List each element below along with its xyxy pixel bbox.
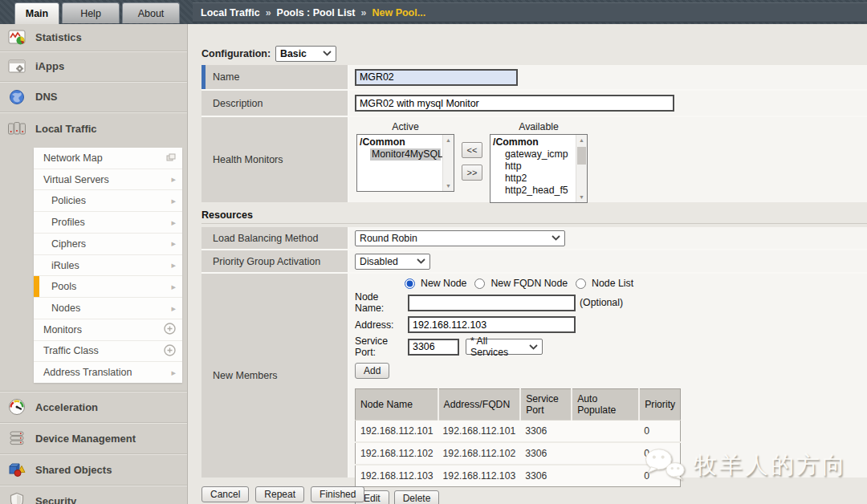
submenu-item-ciphers[interactable]: Ciphers ▸ [34,233,182,254]
cancel-button[interactable]: Cancel [201,486,249,502]
member-address: 192.168.112.102 [438,442,521,465]
submenu-item-network-map[interactable]: Network Map [34,148,182,169]
load-balancing-label: Load Balancing Method [213,233,318,244]
active-monitor-item[interactable]: Monitor4MySQL [370,148,441,161]
form-row-priority-group: Priority Group Activation Disabled [201,249,867,272]
service-select[interactable]: * All Services [466,339,543,355]
member-auto-populate [572,465,639,487]
service-port-input[interactable] [408,339,459,356]
chevron-right-icon: ▸ [171,282,176,292]
service-select-value: * All Services [470,335,524,358]
chevron-right-icon: ▸ [171,260,176,270]
new-members-label: New Members [213,370,278,381]
scroll-down-icon[interactable]: ▼ [446,183,451,189]
node-type-radio-group: New Node New FQDN Node Node List [405,278,867,289]
chevron-down-icon [529,344,538,350]
security-icon [6,492,27,504]
chevron-right-icon: ▸ [171,174,176,185]
scrollbar-thumb[interactable] [577,147,586,165]
available-monitor-item[interactable]: http2 [503,173,574,185]
column-header-address[interactable]: Address/FQDN [438,389,521,421]
move-to-available-button[interactable]: >> [462,165,482,181]
member-row[interactable]: 192.168.112.103 192.168.112.103 3306 0 [356,465,681,487]
submenu-item-pools[interactable]: Pools ▸ [34,275,182,297]
submenu-item-virtual-servers[interactable]: Virtual Servers ▸ [34,169,182,190]
available-monitor-item[interactable]: gateway_icmp [503,148,574,161]
column-header-node-name[interactable]: Node Name [356,389,438,421]
new-fqdn-node-radio-label: New FQDN Node [490,278,568,289]
add-button[interactable]: Add [355,363,389,379]
members-table-header-row: Node Name Address/FQDN Service Port Auto… [356,389,681,421]
sidebar-item-shared-objects[interactable]: Shared Objects [0,453,187,485]
new-node-radio[interactable] [405,278,415,289]
active-list-scrollbar[interactable]: ▲ ▼ [442,135,454,191]
submenu-item-address-translation[interactable]: Address Translation ▸ [34,361,182,383]
node-name-input[interactable] [408,295,576,311]
sidebar-item-iapps[interactable]: iApps [0,51,187,81]
submenu-item-label: Monitors [43,324,164,335]
delete-button[interactable]: Delete [394,490,440,504]
column-header-auto-populate[interactable]: Auto Populate [572,389,639,421]
sidebar-item-local-traffic[interactable]: Local Traffic [0,112,187,144]
submenu-item-monitors[interactable]: Monitors [34,319,182,340]
plus-circle-icon[interactable] [164,344,176,358]
main-content: Configuration: Basic Name Description [187,24,867,504]
submenu-item-nodes[interactable]: Nodes ▸ [34,297,182,319]
plus-circle-icon[interactable] [164,323,176,336]
configuration-select[interactable]: Basic [275,46,336,62]
sidebar-item-security[interactable]: Security [0,485,187,504]
tab-main[interactable]: Main [14,2,59,24]
repeat-button[interactable]: Repeat [255,486,304,502]
active-monitors-listbox[interactable]: /Common Monitor4MySQL ▲ ▼ [356,134,454,192]
node-list-radio[interactable] [576,278,586,289]
new-fqdn-node-radio[interactable] [474,278,485,289]
move-to-active-button[interactable]: << [462,142,482,158]
available-list-body: /Common gateway_icmp http http2 http2_he… [490,135,587,198]
scroll-up-icon[interactable]: ▲ [579,137,584,143]
description-label: Description [213,98,263,109]
scroll-down-icon[interactable]: ▼ [579,194,584,200]
sidebar-item-label: Shared Objects [35,464,112,476]
submenu-item-policies[interactable]: Policies ▸ [34,189,182,211]
active-list-body: /Common Monitor4MySQL [357,135,454,162]
scroll-up-icon[interactable]: ▲ [446,137,451,143]
description-value-cell [349,91,867,116]
name-input[interactable] [355,69,518,86]
sidebar-item-dns[interactable]: DNS [0,81,187,112]
available-monitors-listbox[interactable]: /Common gateway_icmp http http2 http2_he… [490,134,588,203]
column-header-service-port[interactable]: Service Port [520,389,572,421]
active-list-title: Active [392,121,419,132]
member-row[interactable]: 192.168.112.102 192.168.112.102 3306 0 [356,442,681,465]
sidebar-item-label: iApps [35,60,64,72]
sidebar-item-label: DNS [35,91,57,103]
breadcrumb-section-pool-list[interactable]: Pools : Pool List [277,7,356,18]
submenu-item-irules[interactable]: iRules ▸ [34,254,182,276]
load-balancing-select[interactable]: Round Robin [355,230,565,246]
available-monitor-item[interactable]: http [503,161,574,173]
member-auto-populate [572,421,639,443]
tab-help[interactable]: Help [62,2,120,23]
priority-group-select[interactable]: Disabled [355,254,430,270]
description-input[interactable] [355,95,674,112]
finished-button[interactable]: Finished [311,486,364,502]
submenu-item-profiles[interactable]: Profiles ▸ [34,211,182,233]
sidebar-item-acceleration[interactable]: Acceleration [0,391,187,422]
column-header-priority[interactable]: Priority [639,389,680,421]
available-list-title: Available [519,121,559,132]
tab-about[interactable]: About [122,2,180,23]
sidebar-item-statistics[interactable]: Statistics [0,24,187,51]
chevron-right-icon: ▸ [171,303,176,314]
f5-bigip-new-pool-page: Main Help About Local Traffic » Pools : … [0,0,867,504]
address-input[interactable] [408,316,576,333]
sidebar-item-device-management[interactable]: Device Management [0,422,187,453]
member-row[interactable]: 192.168.112.101 192.168.112.101 3306 0 [356,421,681,443]
breadcrumb-section-local-traffic[interactable]: Local Traffic [201,7,260,18]
available-list-scrollbar[interactable]: ▲ ▼ [576,135,587,202]
network-map-icon [166,153,176,163]
available-monitor-item[interactable]: http2_head_f5 [503,185,574,197]
breadcrumb-separator: » [266,7,271,18]
dns-icon [6,89,27,105]
health-monitors-label: Health Monitors [213,154,283,165]
chevron-down-icon [417,258,425,264]
submenu-item-traffic-class[interactable]: Traffic Class [34,340,182,362]
